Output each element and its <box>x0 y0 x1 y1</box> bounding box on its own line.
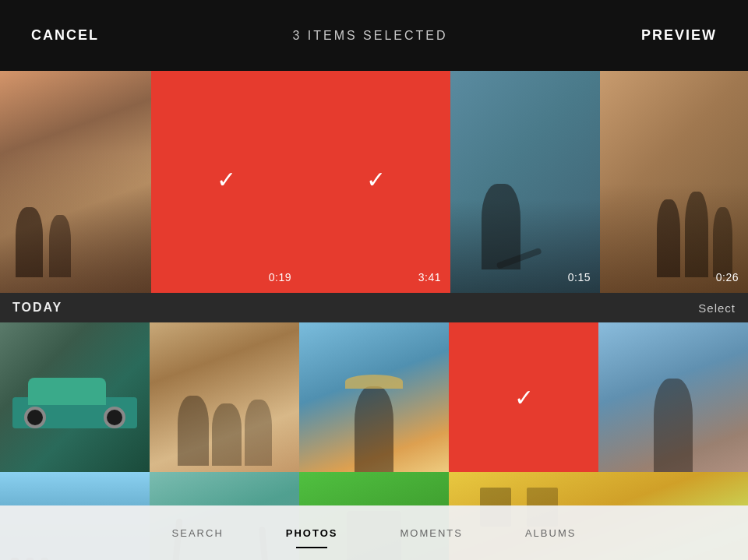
bottom-navigation: SEARCH PHOTOS MOMENTS ALBUMS <box>0 505 748 560</box>
cancel-button[interactable]: CANCEL <box>31 27 99 44</box>
main-content: ✓ 0:19 ✓ 3:41 0:15 0:26 <box>0 71 748 560</box>
grid-item-friends[interactable] <box>150 322 299 472</box>
active-tab-indicator <box>296 547 327 548</box>
section-header-today: TODAY Select <box>0 293 748 322</box>
media-thumb-beach-women[interactable]: 0:26 <box>600 71 748 293</box>
grid-item-girl-sunglasses[interactable] <box>598 322 748 472</box>
selection-count: 3 ITEMS SELECTED <box>292 29 447 43</box>
duration-badge: 0:26 <box>716 271 739 284</box>
select-all-button[interactable]: Select <box>698 301 736 315</box>
media-thumb-musician[interactable]: 0:15 <box>450 71 600 293</box>
tab-search-label: SEARCH <box>172 527 224 539</box>
tab-albums[interactable]: ALBUMS <box>525 527 576 539</box>
tab-moments[interactable]: MOMENTS <box>400 527 462 539</box>
grid-item-car[interactable] <box>0 322 150 472</box>
tab-moments-label: MOMENTS <box>400 527 462 539</box>
grid-item-girl-hat[interactable] <box>299 322 449 472</box>
tab-search[interactable]: SEARCH <box>172 527 224 539</box>
section-title: TODAY <box>12 301 62 315</box>
duration-badge: 0:19 <box>269 271 291 284</box>
media-thumb-couple[interactable] <box>0 71 151 293</box>
tab-photos-label: PHOTOS <box>286 527 338 539</box>
duration-badge: 3:41 <box>418 271 441 284</box>
tab-photos[interactable]: PHOTOS <box>286 527 338 539</box>
top-navigation-bar: CANCEL 3 ITEMS SELECTED PREVIEW <box>0 0 748 71</box>
grid-item-building-red[interactable]: ✓ <box>449 322 598 472</box>
photo-grid-row1: ✓ <box>0 322 748 472</box>
media-thumb-soccer1[interactable]: ✓ 0:19 <box>151 71 301 293</box>
duration-badge: 0:15 <box>568 271 591 284</box>
tab-albums-label: ALBUMS <box>525 527 576 539</box>
top-media-row: ✓ 0:19 ✓ 3:41 0:15 0:26 <box>0 71 748 293</box>
preview-button[interactable]: PREVIEW <box>641 27 717 44</box>
media-thumb-soccer2[interactable]: ✓ 3:41 <box>301 71 450 293</box>
